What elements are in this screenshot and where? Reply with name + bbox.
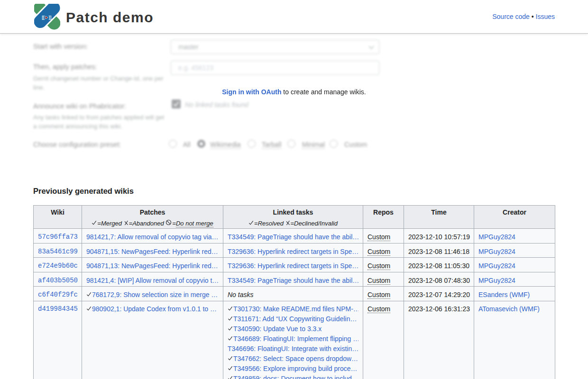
- svg-text:[[: [[: [42, 15, 45, 19]
- svg-text:]]: ]]: [49, 15, 52, 19]
